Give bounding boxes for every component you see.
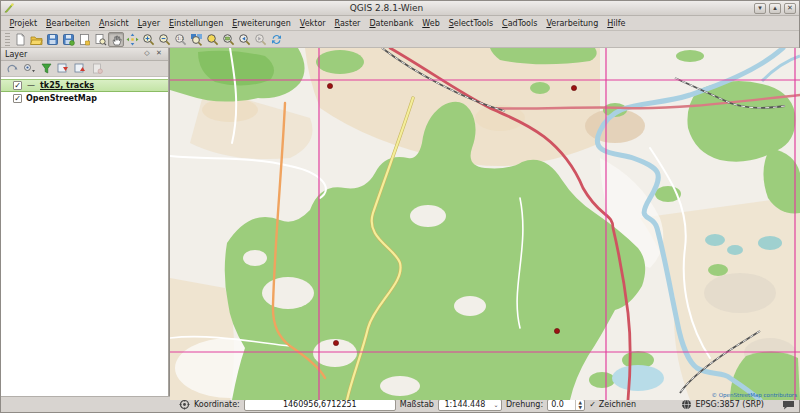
layers-panel-header: Layer ◇ ✕ bbox=[1, 48, 168, 61]
menu-bar: ProjektBearbeitenAnsichtLayerEinstellung… bbox=[1, 16, 799, 31]
close-button[interactable]: ✕ bbox=[784, 3, 796, 14]
rotation-label: Drehung: bbox=[506, 400, 543, 409]
zoom-last-icon bbox=[238, 33, 251, 46]
remove-layer-icon bbox=[92, 63, 103, 74]
menu-item[interactable]: Web bbox=[418, 18, 444, 29]
dock-float-icon[interactable]: ◇ bbox=[142, 49, 152, 59]
main-toolbar: 1:1 bbox=[1, 31, 799, 48]
coordinate-input[interactable] bbox=[244, 399, 396, 411]
minimize-button[interactable]: ▾ bbox=[754, 3, 766, 14]
new-project-button[interactable] bbox=[12, 32, 28, 47]
menu-item[interactable]: Datenbank bbox=[365, 18, 418, 29]
add-group-button[interactable] bbox=[5, 62, 19, 75]
pan-to-selection-button[interactable] bbox=[124, 32, 140, 47]
svg-text:1:1: 1:1 bbox=[177, 36, 184, 41]
menu-item[interactable]: Projekt bbox=[5, 18, 42, 29]
layer-row[interactable]: ✓ OpenStreetMap bbox=[1, 92, 168, 105]
filter-legend-icon bbox=[41, 63, 52, 74]
menu-item[interactable]: SelectTools bbox=[444, 18, 497, 29]
composer-manager-icon bbox=[94, 33, 107, 46]
menu-item[interactable]: Einstellungen bbox=[164, 18, 227, 29]
refresh-icon bbox=[270, 33, 283, 46]
title-bar: QGIS 2.8.1-Wien ▾ ▴ ✕ bbox=[1, 1, 799, 16]
composer-manager-button[interactable] bbox=[92, 32, 108, 47]
track-point bbox=[327, 83, 332, 88]
menu-item[interactable]: Bearbeiten bbox=[42, 18, 95, 29]
new-composer-icon bbox=[78, 33, 91, 46]
render-label: Zeichnen bbox=[599, 400, 636, 409]
menu-item[interactable]: Vektor bbox=[295, 18, 330, 29]
refresh-button[interactable] bbox=[268, 32, 284, 47]
chevron-down-icon: ⌄ bbox=[491, 401, 501, 408]
menu-item[interactable]: Layer bbox=[133, 18, 164, 29]
layer-visibility-checkbox[interactable]: ✓ bbox=[13, 94, 22, 103]
scale-label: Maßstab bbox=[400, 400, 434, 409]
menu-item[interactable]: Hilfe bbox=[603, 18, 630, 29]
rotation-spinbox[interactable]: 0.0 ▲▼ bbox=[547, 399, 585, 411]
track-point bbox=[554, 328, 559, 333]
dock-close-icon[interactable]: ✕ bbox=[154, 49, 164, 59]
collapse-all-button[interactable] bbox=[73, 62, 87, 75]
menu-item[interactable]: Erweiterungen bbox=[228, 18, 296, 29]
scale-combobox[interactable]: 1:144.448 ⌄ bbox=[438, 399, 502, 411]
messages-icon[interactable] bbox=[782, 400, 795, 410]
window-title: QGIS 2.8.1-Wien bbox=[19, 3, 754, 13]
remove-layer-button[interactable] bbox=[90, 62, 104, 75]
zoom-out-button[interactable] bbox=[156, 32, 172, 47]
manage-visibility-button[interactable] bbox=[22, 62, 36, 75]
layer-visibility-checkbox[interactable]: ✓ bbox=[13, 81, 22, 90]
layers-panel-title: Layer bbox=[5, 50, 140, 59]
zoom-in-icon bbox=[142, 33, 155, 46]
zoom-native-icon: 1:1 bbox=[174, 33, 187, 46]
osm-attribution: © OpenStreetMap contributors bbox=[712, 392, 798, 399]
zoom-next-icon bbox=[254, 33, 267, 46]
open-project-button[interactable] bbox=[28, 32, 44, 47]
pan-map-button[interactable] bbox=[108, 32, 124, 47]
expand-all-button[interactable] bbox=[56, 62, 70, 75]
crs-label: EPSG:3857 (SRP) bbox=[696, 400, 764, 409]
menu-item[interactable]: Ansicht bbox=[95, 18, 134, 29]
manage-visibility-icon bbox=[23, 63, 36, 74]
layer-label: tk25, tracks bbox=[40, 81, 94, 90]
layer-label: OpenStreetMap bbox=[26, 94, 97, 103]
render-toggle[interactable]: ✓ Zeichnen bbox=[589, 400, 636, 409]
filter-legend-button[interactable] bbox=[39, 62, 53, 75]
menu-item[interactable]: Raster bbox=[330, 18, 365, 29]
coordinate-label: Koordinate: bbox=[194, 400, 240, 409]
menu-item[interactable]: CadTools bbox=[498, 18, 542, 29]
open-project-icon bbox=[30, 33, 43, 46]
track-point bbox=[571, 85, 576, 90]
maximize-button[interactable]: ▴ bbox=[769, 3, 781, 14]
layers-panel-toolbar bbox=[1, 61, 168, 77]
layer-row[interactable]: ✓ — tk25, tracks bbox=[1, 79, 168, 92]
zoom-last-button[interactable] bbox=[236, 32, 252, 47]
qgis-app-icon bbox=[4, 3, 15, 14]
collapse-all-icon bbox=[74, 63, 86, 74]
scale-value: 1:144.448 bbox=[439, 400, 491, 409]
crs-globe-icon[interactable] bbox=[681, 399, 692, 410]
new-composer-button[interactable] bbox=[76, 32, 92, 47]
zoom-native-button[interactable]: 1:1 bbox=[172, 32, 188, 47]
map-canvas[interactable]: © OpenStreetMap contributors bbox=[169, 48, 799, 396]
menu-item[interactable]: Verarbeitung bbox=[542, 18, 603, 29]
new-project-icon bbox=[14, 33, 27, 46]
spin-down-icon[interactable]: ▼ bbox=[576, 405, 584, 410]
save-project-as-button[interactable] bbox=[60, 32, 76, 47]
pan-hand-icon bbox=[110, 33, 123, 46]
zoom-to-layer-icon bbox=[222, 33, 235, 46]
save-project-button[interactable] bbox=[44, 32, 60, 47]
zoom-next-button[interactable] bbox=[252, 32, 268, 47]
toolbar-handle[interactable] bbox=[5, 33, 10, 46]
render-checkmark: ✓ bbox=[589, 400, 596, 409]
zoom-to-selection-button[interactable] bbox=[204, 32, 220, 47]
save-project-icon bbox=[46, 33, 59, 46]
layer-symbol-icon: — bbox=[26, 81, 36, 90]
zoom-to-layer-button[interactable] bbox=[220, 32, 236, 47]
track-point bbox=[333, 340, 338, 345]
coordinate-display-icon[interactable] bbox=[179, 399, 190, 410]
save-project-as-icon bbox=[62, 33, 75, 46]
expand-all-icon bbox=[57, 63, 69, 74]
rotation-value: 0.0 bbox=[548, 400, 575, 409]
zoom-in-button[interactable] bbox=[140, 32, 156, 47]
zoom-full-button[interactable] bbox=[188, 32, 204, 47]
